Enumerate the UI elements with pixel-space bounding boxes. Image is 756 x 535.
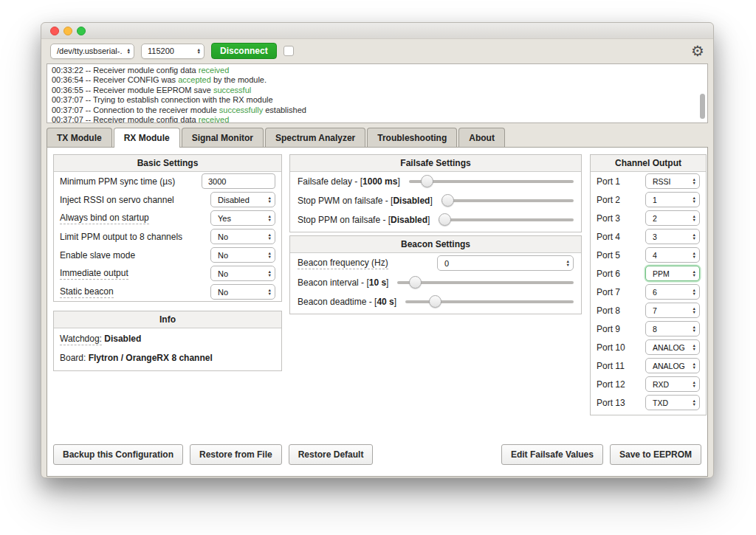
log-line: 00:37:07 -- Connection to the receiver m… xyxy=(52,106,703,115)
info-row: Watchdog: Disabled xyxy=(54,328,281,348)
port-row: Port 12RXD▲▼ xyxy=(591,375,706,393)
stepper-arrows-icon: ▲▼ xyxy=(268,252,272,258)
static-beacon-select[interactable]: No▲▼ xyxy=(210,284,275,300)
stepper-arrows-icon: ▲▼ xyxy=(693,307,696,314)
close-window-icon[interactable] xyxy=(50,27,59,35)
settings-gear-icon[interactable]: ⚙ xyxy=(691,44,704,58)
port-12-label: Port 12 xyxy=(597,379,625,390)
static-beacon-label: Static beacon xyxy=(60,286,114,298)
port-7-select[interactable]: 6▲▼ xyxy=(645,284,700,300)
port-1-select-value: RSSI xyxy=(653,177,671,186)
serial-port-select[interactable]: /dev/tty.usbserial-. ▲▼ xyxy=(50,44,134,59)
port-2-select[interactable]: 1▲▼ xyxy=(645,192,700,207)
beacon-deadtimeslider[interactable] xyxy=(405,295,574,308)
stepper-arrows-icon: ▲▼ xyxy=(693,252,696,258)
tab-tx-module[interactable]: TX Module xyxy=(47,128,112,147)
save-to-eeprom-button[interactable]: Save to EEPROM xyxy=(610,444,701,465)
port-6-label: Port 6 xyxy=(597,269,620,279)
port-row: Port 21▲▼ xyxy=(591,190,706,209)
tab-troubleshooting[interactable]: Troubleshooting xyxy=(367,128,457,147)
port-13-select[interactable]: TXD▲▼ xyxy=(645,395,700,410)
beacon-frequency-select[interactable]: 0 ▲▼ xyxy=(437,255,574,271)
port-9-select[interactable]: 8▲▼ xyxy=(645,321,700,336)
log-text: 00:37:07 -- Receiver module config data xyxy=(52,115,199,123)
port-8-select[interactable]: 7▲▼ xyxy=(645,303,700,318)
log-line: 00:37:07 -- Trying to establish connecti… xyxy=(52,95,703,105)
port-row: Port 10ANALOG▲▼ xyxy=(591,338,706,356)
tab-bar: TX ModuleRX ModuleSignal MonitorSpectrum… xyxy=(47,128,708,147)
log-scrollbar-thumb[interactable] xyxy=(700,94,705,119)
slider-thumb[interactable] xyxy=(409,276,422,289)
stepper-arrows-icon: ▲▼ xyxy=(268,233,272,240)
slider-thumb[interactable] xyxy=(429,295,441,308)
panel-failsafe-settings: Failsafe Settings Failsafe delay - [1000… xyxy=(289,154,582,232)
log-status-text: accepted xyxy=(178,75,211,84)
panel-title: Channel Output xyxy=(591,155,706,172)
log-text: by the module. xyxy=(211,75,267,84)
basic-setting-row: Limit PPM output to 8 channelsNo▲▼ xyxy=(54,227,281,246)
log-text: 00:36:55 -- Receiver module EEPROM save xyxy=(52,86,213,94)
slider-thumb[interactable] xyxy=(441,194,454,207)
enable-slave-mode-label: Enable slave mode xyxy=(60,250,135,260)
tab-rx-module[interactable]: RX Module xyxy=(114,128,180,148)
stepper-arrows-icon: ▲▼ xyxy=(693,270,696,277)
toolbar-checkbox[interactable] xyxy=(284,46,294,56)
stepper-arrows-icon: ▲▼ xyxy=(693,233,696,240)
port-4-select[interactable]: 3▲▼ xyxy=(645,229,700,244)
failsafe-delayslider-row: Failsafe delay - [1000 ms] xyxy=(290,172,581,191)
tab-about[interactable]: About xyxy=(458,128,505,147)
stop-pwm-on-failsafeslider[interactable] xyxy=(441,194,574,207)
port-5-select[interactable]: 4▲▼ xyxy=(645,247,700,263)
log-output[interactable]: 00:33:22 -- Receiver module config data … xyxy=(47,63,708,123)
port-5-label: Port 5 xyxy=(597,250,620,260)
port-12-select[interactable]: RXD▲▼ xyxy=(645,376,700,392)
port-3-select[interactable]: 2▲▼ xyxy=(645,210,700,226)
limit-ppm-output-to-8-channels-select[interactable]: No▲▼ xyxy=(210,229,275,244)
port-13-label: Port 13 xyxy=(597,398,625,408)
failsafe-delayslider[interactable] xyxy=(409,175,574,188)
port-10-select[interactable]: ANALOG▲▼ xyxy=(645,339,700,355)
panel-title: Basic Settings xyxy=(54,155,281,172)
panel-title: Beacon Settings xyxy=(290,236,581,253)
port-11-select[interactable]: ANALOG▲▼ xyxy=(645,358,700,373)
minimize-window-icon[interactable] xyxy=(63,27,72,35)
enable-slave-mode-select[interactable]: No▲▼ xyxy=(210,247,275,263)
app-window: /dev/tty.usbserial-. ▲▼ 115200 ▲▼ Discon… xyxy=(41,22,714,478)
stepper-arrows-icon: ▲▼ xyxy=(566,260,570,266)
restore-from-file-button[interactable]: Restore from File xyxy=(190,444,282,465)
port-6-select[interactable]: PPM▲▼ xyxy=(645,266,700,281)
slider-thumb[interactable] xyxy=(421,175,433,187)
stop-ppm-on-failsafeslider[interactable] xyxy=(439,213,574,227)
title-bar[interactable] xyxy=(41,23,713,39)
panel-beacon-settings: Beacon Settings Beacon frequency (Hz) 0 … xyxy=(289,235,582,314)
log-text: 00:37:07 -- Connection to the receiver m… xyxy=(52,106,219,114)
board-value: Flytron / OrangeRX 8 channel xyxy=(86,353,212,363)
always-bind-on-startup-label: Always bind on startup xyxy=(60,213,149,224)
restore-default-button[interactable]: Restore Default xyxy=(289,444,374,465)
backup-this-configuration-button[interactable]: Backup this Configuration xyxy=(53,444,183,465)
watchdog-value: Disabled xyxy=(102,334,141,344)
immediate-output-select[interactable]: No▲▼ xyxy=(210,266,275,281)
beacon-intervalslider-row: Beacon interval - [10 s] xyxy=(290,273,581,292)
zoom-window-icon[interactable] xyxy=(77,27,86,35)
tab-spectrum-analyzer[interactable]: Spectrum Analyzer xyxy=(265,128,365,147)
inject-rssi-on-servo-channel-select[interactable]: Disabled▲▼ xyxy=(210,192,275,207)
basic-setting-row: Minimum PPM sync time (µs) xyxy=(54,172,281,190)
minimum-ppm-sync-time-s-input[interactable] xyxy=(202,173,275,189)
log-text: 00:37:07 -- Trying to establish connecti… xyxy=(52,95,273,104)
port-1-select[interactable]: RSSI▲▼ xyxy=(645,173,700,189)
tab-signal-monitor[interactable]: Signal Monitor xyxy=(182,128,264,147)
beacon-intervalslider[interactable] xyxy=(397,276,574,289)
inject-rssi-on-servo-channel-label: Inject RSSI on servo channel xyxy=(60,195,174,205)
baud-rate-select[interactable]: 115200 ▲▼ xyxy=(141,44,205,59)
port-row: Port 13TXD▲▼ xyxy=(591,393,706,412)
limit-ppm-output-to-8-channels-select-value: No xyxy=(218,232,228,241)
always-bind-on-startup-select[interactable]: Yes▲▼ xyxy=(210,210,275,226)
static-beacon-select-value: No xyxy=(218,288,228,297)
disconnect-button[interactable]: Disconnect xyxy=(211,43,277,59)
edit-failsafe-values-button[interactable]: Edit Failsafe Values xyxy=(501,444,603,465)
slider-thumb[interactable] xyxy=(439,213,451,226)
port-2-label: Port 2 xyxy=(597,195,620,205)
stepper-arrows-icon: ▲▼ xyxy=(693,344,696,351)
slider-track xyxy=(441,199,574,202)
